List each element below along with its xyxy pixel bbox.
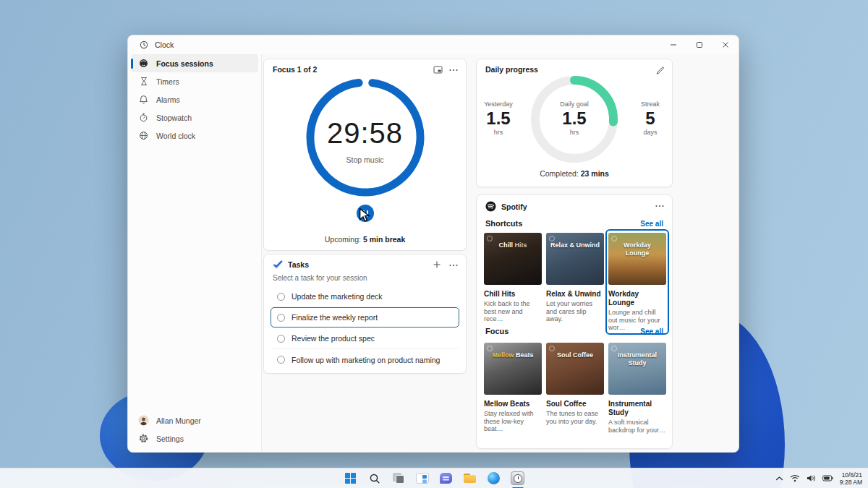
wifi-icon[interactable] [790, 474, 800, 482]
task-row[interactable]: Update the marketing deck [271, 286, 459, 307]
album-art: Relax & Unwind [546, 233, 604, 285]
more-icon[interactable] [448, 65, 459, 74]
sidebar-item-settings[interactable]: Settings [131, 429, 258, 448]
focus-heading: Focus [485, 327, 509, 335]
more-icon[interactable] [448, 260, 459, 270]
shortcuts-heading: Shortcuts [485, 219, 522, 228]
focus-session-card: Focus 1 of 2 29:58 Stop music [263, 59, 467, 251]
tasks-subtitle: Select a task for your session [273, 274, 367, 282]
task-label: Finalize the weekly report [292, 313, 378, 322]
alarms-icon [138, 95, 149, 104]
focus-see-all-link[interactable]: See all [640, 328, 663, 335]
playlist-tile-instrumental-study[interactable]: Instrumental Study Instrumental Study A … [608, 343, 666, 434]
radio-button[interactable] [277, 314, 285, 322]
desktop: Clock Focus sessions [0, 0, 868, 488]
taskbar: 10/6/21 9:28 AM [0, 468, 868, 488]
album-art: Soul Coffee [546, 343, 604, 395]
sidebar: Focus sessions Timers Alarms [128, 54, 262, 452]
task-view-button[interactable] [390, 470, 407, 487]
playlist-tile-relax-unwind[interactable]: Relax & Unwind Relax & Unwind Let your w… [546, 233, 604, 332]
search-button[interactable] [366, 470, 383, 487]
chat-button[interactable] [438, 470, 455, 487]
upcoming-value: 5 min break [363, 235, 405, 244]
playlist-title: Soul Coffee [546, 400, 604, 408]
upcoming-label: Upcoming: [325, 235, 361, 244]
volume-icon[interactable] [807, 474, 816, 482]
close-button[interactable] [712, 35, 739, 54]
taskbar-clock[interactable]: 10/6/21 9:28 AM [840, 471, 862, 486]
spotify-icon [487, 236, 493, 241]
stop-music-label[interactable]: Stop music [264, 155, 466, 164]
minimize-button[interactable] [660, 35, 686, 54]
edge-icon [488, 472, 500, 484]
playlist-desc: A soft musical backdrop for your… [608, 419, 666, 434]
album-art: Mellow Beats [484, 343, 542, 395]
widgets-icon [416, 473, 429, 484]
radio-button[interactable] [277, 356, 285, 364]
main-content: Focus 1 of 2 29:58 Stop music [262, 54, 739, 452]
task-row[interactable]: Follow up with marketing on product nami… [271, 349, 459, 370]
file-explorer-button[interactable] [461, 470, 479, 487]
spotify-icon [549, 346, 555, 351]
album-art: Workday Lounge [608, 233, 666, 285]
sidebar-item-timers[interactable]: Timers [131, 72, 258, 90]
shortcuts-see-all-link[interactable]: See all [640, 220, 663, 228]
chevron-up-icon[interactable] [775, 476, 783, 481]
sidebar-item-account[interactable]: Allan Munger [131, 411, 258, 429]
settings-label: Settings [156, 435, 184, 443]
clock-app-icon [511, 471, 524, 485]
playlist-tile-mellow-beats[interactable]: Mellow Beats Mellow Beats Stay relaxed w… [484, 343, 542, 434]
widgets-button[interactable] [414, 470, 431, 487]
add-task-icon[interactable] [433, 260, 441, 269]
daily-progress-title: Daily progress [485, 65, 538, 74]
clock-app-taskbar-button[interactable] [509, 470, 527, 487]
task-label: Update the marketing deck [292, 292, 383, 301]
file-explorer-icon [464, 474, 476, 483]
radio-button[interactable] [277, 335, 285, 343]
spotify-icon [485, 201, 496, 212]
tasks-card-title: Tasks [288, 260, 309, 269]
playlist-desc: The tunes to ease you into your day. [546, 410, 604, 425]
playlist-title: Mellow Beats [484, 400, 542, 408]
window-title: Clock [155, 40, 174, 49]
playlist-title: Relax & Unwind [546, 290, 604, 299]
task-label: Follow up with marketing on product nami… [292, 356, 440, 364]
tasks-card: Tasks Select a task for your session Upd… [263, 254, 467, 374]
sidebar-item-focus-sessions[interactable]: Focus sessions [131, 54, 258, 72]
spotify-title: Spotify [501, 202, 527, 211]
sidebar-item-world-clock[interactable]: World clock [131, 127, 258, 145]
titlebar: Clock [128, 35, 739, 54]
todo-icon [273, 260, 283, 269]
yesterday-stat: Yesterday 1.5 hrs [477, 100, 519, 137]
taskbar-time: 9:28 AM [840, 479, 862, 486]
avatar [138, 415, 149, 426]
start-button[interactable] [342, 470, 359, 487]
task-row[interactable]: Review the product spec [271, 328, 459, 349]
maximize-button[interactable] [686, 35, 712, 54]
task-row-selected[interactable]: Finalize the weekly report [271, 307, 459, 328]
sidebar-item-label: Timers [156, 77, 179, 86]
album-art: Chill Hits [484, 233, 542, 285]
playlist-desc: Stay relaxed with these low-key beat… [484, 410, 542, 433]
stopwatch-icon [138, 113, 149, 122]
playlist-tile-soul-coffee[interactable]: Soul Coffee Soul Coffee The tunes to eas… [546, 343, 604, 434]
playlist-tile-workday-lounge[interactable]: Workday Lounge Workday Lounge Lounge and… [608, 233, 666, 332]
mouse-cursor [359, 208, 372, 222]
more-icon[interactable] [655, 201, 665, 210]
sidebar-item-stopwatch[interactable]: Stopwatch [131, 108, 258, 127]
timer-remaining: 29:58 [264, 117, 466, 150]
battery-icon[interactable] [822, 475, 833, 481]
edge-button[interactable] [485, 470, 503, 487]
clock-app-icon [138, 40, 149, 49]
playlist-tile-chill-hits[interactable]: Chill Hits Chill Hits Kick back to the b… [484, 233, 542, 332]
pencil-icon[interactable] [655, 65, 665, 74]
pip-icon[interactable] [433, 65, 443, 74]
focus-sessions-icon [138, 59, 149, 68]
spotify-icon [611, 346, 617, 351]
radio-button[interactable] [277, 293, 285, 301]
clock-window: Clock Focus sessions [127, 35, 739, 453]
daily-goal-stat: Daily goal 1.5 hrs [531, 100, 618, 137]
spotify-icon [487, 346, 493, 351]
sidebar-item-alarms[interactable]: Alarms [131, 90, 258, 108]
taskbar-date: 10/6/21 [840, 471, 862, 479]
